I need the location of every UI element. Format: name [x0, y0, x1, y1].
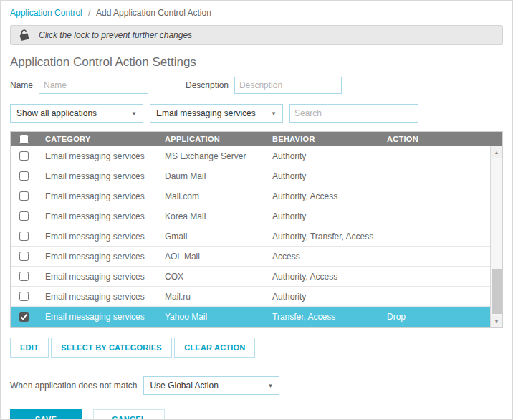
row-checkbox[interactable]: [19, 232, 29, 241]
cell-application: Gmail: [156, 232, 264, 242]
cell-behavior: Authority, Access: [264, 191, 378, 201]
row-checkbox[interactable]: [19, 272, 29, 281]
scrollbar-track[interactable]: [491, 158, 502, 315]
cell-application: Korea Mail: [156, 211, 264, 221]
row-checkbox[interactable]: [19, 292, 29, 301]
global-action-select[interactable]: Use Global Action ▼: [143, 376, 279, 395]
chevron-down-icon: ▼: [271, 110, 277, 117]
cell-behavior: Authority: [264, 292, 378, 302]
table-row[interactable]: Email messaging services Daum Mail Autho…: [11, 166, 490, 186]
cell-application: Daum Mail: [156, 171, 264, 181]
cell-application: Mail.com: [156, 191, 264, 201]
no-match-label: When application does not match: [10, 381, 137, 391]
table-row[interactable]: Email messaging services Mail.ru Authori…: [11, 287, 490, 307]
description-label: Description: [186, 80, 229, 90]
no-match-row: When application does not match Use Glob…: [10, 376, 503, 395]
row-checkbox[interactable]: [19, 252, 29, 261]
cell-behavior: Authority: [264, 171, 378, 181]
table-scrollbar[interactable]: ▲ ▼: [490, 146, 502, 327]
cell-behavior: Transfer, Access: [264, 312, 378, 322]
cell-action: Drop: [378, 312, 490, 322]
cell-category: Email messaging services: [37, 312, 156, 322]
category-filter-select[interactable]: Email messaging services ▼: [150, 104, 283, 123]
cell-behavior: Authority: [264, 211, 378, 221]
cell-application: COX: [156, 272, 264, 282]
application-filter-select[interactable]: Show all applications ▼: [10, 104, 143, 123]
row-checkbox[interactable]: [19, 151, 29, 161]
lock-banner-text: Click the lock to prevent further change…: [39, 30, 192, 40]
cell-category: Email messaging services: [37, 191, 156, 201]
cell-category: Email messaging services: [37, 232, 156, 242]
table-row[interactable]: Email messaging services Mail.com Author…: [11, 186, 490, 206]
cell-application: MS Exchange Server: [156, 151, 264, 161]
cell-category: Email messaging services: [37, 252, 156, 262]
cancel-button[interactable]: CANCEL: [93, 409, 165, 420]
description-input[interactable]: [234, 77, 342, 94]
footer-buttons: SAVE CANCEL: [10, 409, 503, 420]
breadcrumb: Application Control / Add Application Co…: [10, 8, 503, 18]
cell-category: Email messaging services: [37, 171, 156, 181]
cell-behavior: Authority: [264, 151, 378, 161]
chevron-down-icon: ▼: [131, 110, 137, 117]
table-row-selected[interactable]: Email messaging services Yahoo Mail Tran…: [11, 307, 490, 327]
table-body: Email messaging services MS Exchange Ser…: [11, 146, 502, 327]
cell-behavior: Authority, Access: [264, 272, 378, 282]
clear-action-button[interactable]: CLEAR ACTION: [174, 338, 255, 358]
column-header-category: CATEGORY: [37, 135, 156, 143]
table-row[interactable]: Email messaging services Korea Mail Auth…: [11, 206, 490, 226]
row-checkbox[interactable]: [19, 312, 29, 322]
breadcrumb-link-application-control[interactable]: Application Control: [10, 8, 82, 18]
row-checkbox[interactable]: [19, 211, 29, 221]
column-header-action: ACTION: [378, 135, 502, 143]
cell-application: Mail.ru: [156, 292, 264, 302]
table-row[interactable]: Email messaging services Gmail Authority…: [11, 226, 490, 247]
row-checkbox[interactable]: [19, 171, 29, 181]
application-control-page: Application Control / Add Application Co…: [0, 0, 513, 420]
filter-row: Show all applications ▼ Email messaging …: [10, 104, 503, 123]
cell-behavior: Authority, Transfer, Access: [264, 232, 378, 242]
table-row[interactable]: Email messaging services AOL Mail Access: [11, 247, 490, 267]
unlock-icon[interactable]: [18, 29, 30, 42]
select-all-checkbox[interactable]: [19, 135, 29, 144]
table-row[interactable]: Email messaging services COX Authority, …: [11, 267, 490, 287]
cell-application: Yahoo Mail: [156, 312, 264, 322]
scroll-down-icon[interactable]: ▼: [491, 315, 502, 327]
cell-category: Email messaging services: [37, 151, 156, 161]
scrollbar-thumb[interactable]: [492, 269, 502, 314]
name-label: Name: [10, 80, 33, 90]
select-by-categories-button[interactable]: SELECT BY CATEGORIES: [51, 338, 172, 358]
chevron-down-icon: ▼: [268, 383, 274, 389]
global-action-value: Use Global Action: [150, 381, 218, 391]
cell-category: Email messaging services: [37, 292, 156, 302]
column-header-behavior: BEHAVIOR: [264, 135, 378, 143]
edit-button[interactable]: EDIT: [10, 338, 49, 358]
cell-category: Email messaging services: [37, 272, 156, 282]
application-filter-value: Show all applications: [16, 108, 97, 118]
cell-category: Email messaging services: [37, 211, 156, 221]
applications-table: CATEGORY APPLICATION BEHAVIOR ACTION Ema…: [10, 131, 503, 328]
name-input[interactable]: [39, 77, 148, 94]
breadcrumb-separator: /: [88, 8, 90, 18]
save-button[interactable]: SAVE: [10, 409, 82, 420]
table-action-buttons: EDIT SELECT BY CATEGORIES CLEAR ACTION: [10, 338, 503, 358]
cell-application: AOL Mail: [156, 252, 264, 262]
search-input[interactable]: [289, 104, 418, 123]
lock-banner: Click the lock to prevent further change…: [10, 25, 503, 45]
name-description-row: Name Description: [10, 77, 503, 94]
table-header-row: CATEGORY APPLICATION BEHAVIOR ACTION: [11, 132, 502, 146]
row-checkbox[interactable]: [19, 191, 29, 201]
table-row[interactable]: Email messaging services MS Exchange Ser…: [11, 146, 490, 166]
breadcrumb-current: Add Application Control Action: [96, 8, 211, 18]
scroll-up-icon[interactable]: ▲: [491, 146, 502, 158]
category-filter-value: Email messaging services: [156, 108, 256, 118]
column-header-application: APPLICATION: [156, 135, 264, 143]
cell-behavior: Access: [264, 252, 378, 262]
page-title: Application Control Action Settings: [10, 55, 503, 70]
